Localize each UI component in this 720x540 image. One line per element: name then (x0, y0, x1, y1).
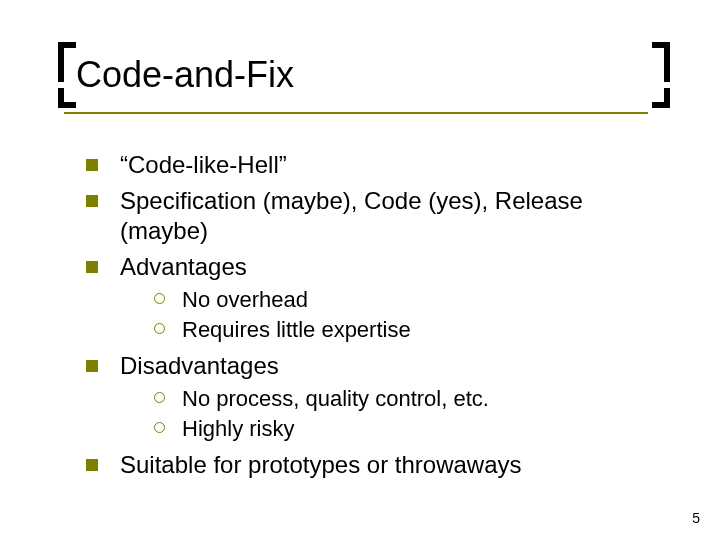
slide-title-wrap: Code-and-Fix (70, 46, 640, 104)
bracket-corner-icon (652, 42, 670, 82)
list-item: Advantages No overhead Requires little e… (86, 252, 646, 343)
sub-bullet-text: No process, quality control, etc. (182, 386, 489, 411)
bracket-corner-icon (58, 42, 76, 82)
bullet-list: “Code-like-Hell” Specification (maybe), … (86, 150, 646, 480)
sub-bullet-list: No overhead Requires little expertise (120, 286, 646, 343)
title-brackets: Code-and-Fix (70, 46, 640, 104)
slide-body: “Code-like-Hell” Specification (maybe), … (86, 150, 646, 486)
list-item: Disadvantages No process, quality contro… (86, 351, 646, 442)
list-item: “Code-like-Hell” (86, 150, 646, 180)
slide: Code-and-Fix “Code-like-Hell” Specificat… (0, 0, 720, 540)
page-number: 5 (692, 510, 700, 526)
bullet-text: “Code-like-Hell” (120, 151, 287, 178)
bullet-text: Suitable for prototypes or throwaways (120, 451, 522, 478)
title-underline (64, 112, 648, 114)
sub-bullet-text: Requires little expertise (182, 317, 411, 342)
bullet-text: Disadvantages (120, 352, 279, 379)
list-item: No process, quality control, etc. (154, 385, 646, 413)
sub-bullet-text: No overhead (182, 287, 308, 312)
sub-bullet-text: Highly risky (182, 416, 294, 441)
list-item: Highly risky (154, 415, 646, 443)
bracket-corner-icon (652, 88, 670, 108)
list-item: Suitable for prototypes or throwaways (86, 450, 646, 480)
list-item: No overhead (154, 286, 646, 314)
slide-title: Code-and-Fix (70, 50, 640, 100)
list-item: Specification (maybe), Code (yes), Relea… (86, 186, 646, 246)
bullet-text: Specification (maybe), Code (yes), Relea… (120, 187, 583, 244)
sub-bullet-list: No process, quality control, etc. Highly… (120, 385, 646, 442)
list-item: Requires little expertise (154, 316, 646, 344)
bullet-text: Advantages (120, 253, 247, 280)
bracket-corner-icon (58, 88, 76, 108)
